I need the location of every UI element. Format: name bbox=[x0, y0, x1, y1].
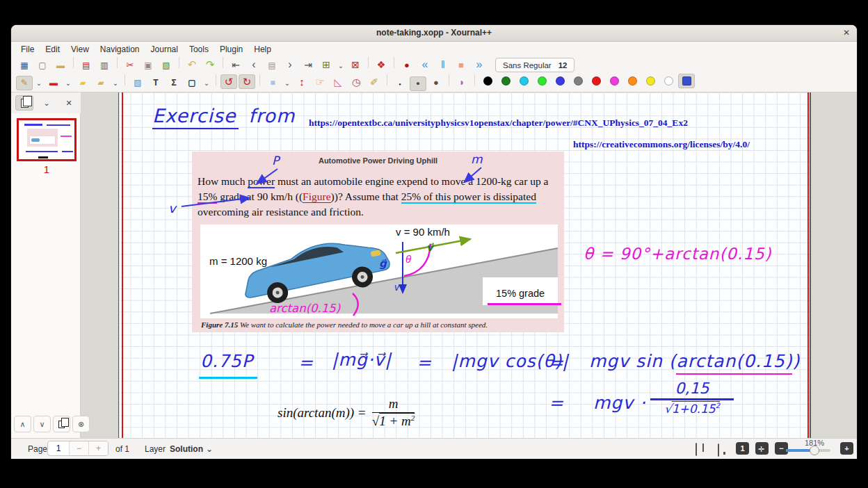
rotation-snapping-toggle[interactable]: ↺ bbox=[220, 74, 237, 89]
shape-tool-button[interactable]: ▢ bbox=[184, 76, 200, 90]
zoom-fit-button[interactable] bbox=[755, 442, 769, 455]
thickness-thick-button[interactable]: ● bbox=[428, 75, 444, 90]
grid-snapping-toggle[interactable]: ↻ bbox=[239, 74, 255, 89]
zoom-100-button[interactable]: 1 bbox=[736, 442, 749, 455]
highlighter-tool-button[interactable]: ▰ bbox=[74, 76, 91, 90]
zoom-out-button[interactable]: − bbox=[775, 442, 788, 455]
last-page-button[interactable]: ⇥ bbox=[300, 57, 316, 72]
menu-view[interactable]: View bbox=[65, 43, 95, 56]
dual-page-view-button[interactable] bbox=[696, 444, 697, 456]
zoom-in-button[interactable]: + bbox=[840, 442, 853, 455]
color-yellow[interactable] bbox=[642, 74, 659, 88]
v-vector-label: v⃗ bbox=[426, 241, 433, 254]
stop-nav-button[interactable]: ⊗ bbox=[72, 416, 90, 432]
compass-tool-button[interactable]: ◷ bbox=[348, 75, 364, 90]
menu-file[interactable]: File bbox=[15, 43, 40, 56]
undo-button[interactable]: ↶ bbox=[184, 57, 200, 72]
menu-plugin[interactable]: Plugin bbox=[214, 43, 248, 56]
text-select-options-dropdown[interactable]: ⌄ bbox=[111, 76, 120, 91]
color-green[interactable] bbox=[533, 74, 550, 88]
record-audio-button[interactable]: ● bbox=[399, 58, 415, 72]
latex-tool-button[interactable]: Σ bbox=[166, 76, 182, 90]
first-page-button[interactable]: ⇤ bbox=[227, 57, 244, 72]
color-cyan[interactable] bbox=[515, 74, 532, 88]
license-url-link[interactable]: https://creativecommons.org/licenses/by/… bbox=[573, 139, 750, 150]
document-page[interactable]: Exercisefrom https://opentextbc.ca/unive… bbox=[118, 92, 811, 438]
duplicate-page-button[interactable] bbox=[53, 416, 70, 432]
fullscreen-button[interactable]: ❖ bbox=[373, 57, 389, 72]
delete-page-button[interactable]: ⊠ bbox=[347, 57, 364, 72]
setsquare-tool-button[interactable]: ◺ bbox=[330, 75, 346, 90]
page-increment-button[interactable]: + bbox=[88, 441, 108, 455]
eraser-options-dropdown[interactable]: ⌄ bbox=[63, 76, 73, 91]
rewind-button[interactable]: « bbox=[417, 57, 433, 72]
eraser-tool-button[interactable]: ▬ bbox=[45, 76, 62, 90]
figure-link[interactable]: Figure bbox=[303, 190, 330, 203]
fit-page-icon bbox=[758, 445, 766, 453]
font-selector-button[interactable]: Sans Regular 12 bbox=[495, 58, 574, 72]
color-picker-button[interactable] bbox=[678, 74, 695, 88]
pen-tool-button[interactable]: ✎ bbox=[16, 76, 33, 90]
layer-dropdown-icon[interactable]: ⌄ bbox=[206, 444, 213, 454]
goto-page-button[interactable]: ▤ bbox=[264, 58, 280, 72]
color-magenta[interactable] bbox=[606, 74, 622, 88]
open-button[interactable]: ▬ bbox=[52, 58, 69, 72]
text-select-tool-button[interactable]: ▰ bbox=[93, 76, 109, 90]
vertical-space-tool-button[interactable]: ↕ bbox=[294, 74, 310, 89]
close-window-button[interactable]: ✕ bbox=[843, 28, 850, 38]
next-page-nav-button[interactable]: ∨ bbox=[33, 416, 51, 432]
previous-page-nav-button[interactable]: ∧ bbox=[14, 416, 31, 432]
menu-edit[interactable]: Edit bbox=[40, 43, 65, 56]
save-button[interactable]: ▦ bbox=[16, 58, 33, 72]
hand-tool-button[interactable]: ☞ bbox=[312, 74, 328, 89]
image-tool-button[interactable]: ▧ bbox=[129, 76, 146, 90]
spline-tool-button[interactable]: ✐ bbox=[366, 75, 383, 90]
page-decrement-button[interactable]: − bbox=[69, 441, 88, 455]
previous-page-button[interactable]: ‹ bbox=[246, 57, 262, 72]
redo-button[interactable]: ↷ bbox=[202, 57, 218, 72]
menu-help[interactable]: Help bbox=[248, 43, 277, 56]
text-tool-button[interactable]: T bbox=[147, 76, 164, 90]
color-blue[interactable] bbox=[552, 74, 568, 88]
source-url-link[interactable]: https://opentextbc.ca/universityphysicsv… bbox=[309, 117, 688, 129]
fill-tool-button[interactable]: ◗ bbox=[453, 75, 470, 90]
select-options-dropdown[interactable]: ⌄ bbox=[282, 76, 292, 91]
menu-tools[interactable]: Tools bbox=[184, 43, 214, 56]
stop-button[interactable]: ■ bbox=[453, 58, 469, 72]
menu-journal[interactable]: Journal bbox=[145, 43, 184, 56]
forward-button[interactable]: » bbox=[471, 57, 488, 72]
font-name: Sans Regular bbox=[503, 61, 552, 70]
select-region-tool-button[interactable]: ■ bbox=[264, 76, 281, 90]
sidebar-close-button[interactable]: ✕ bbox=[60, 95, 78, 111]
menu-navigation[interactable]: Navigation bbox=[95, 43, 145, 56]
sidebar-dropdown-button[interactable]: ⌄ bbox=[38, 95, 56, 111]
page-number-input[interactable]: 1 bbox=[48, 441, 69, 455]
zoom-slider[interactable] bbox=[786, 449, 830, 452]
cut-button[interactable]: ✂ bbox=[122, 58, 138, 72]
paste-button[interactable]: ▧ bbox=[158, 58, 175, 72]
new-document-button[interactable]: ▢ bbox=[34, 58, 51, 72]
color-black[interactable] bbox=[479, 74, 496, 88]
color-gray[interactable] bbox=[570, 74, 586, 88]
thickness-fine-button[interactable]: ● bbox=[392, 77, 408, 92]
layer-selector[interactable]: Solution bbox=[170, 444, 203, 454]
pause-button[interactable]: ‖ bbox=[435, 57, 451, 72]
page-preview-tab-button[interactable] bbox=[15, 95, 33, 111]
color-orange[interactable] bbox=[624, 74, 641, 88]
new-page-options-dropdown[interactable]: ⌄ bbox=[336, 58, 346, 73]
color-red[interactable] bbox=[588, 74, 604, 88]
page-thumbnail[interactable] bbox=[17, 118, 77, 161]
copy-button[interactable]: ▣ bbox=[140, 58, 156, 72]
print-button[interactable]: ▥ bbox=[96, 58, 113, 72]
color-dark-green[interactable] bbox=[497, 74, 514, 88]
color-white[interactable] bbox=[660, 74, 677, 88]
next-page-button[interactable]: › bbox=[282, 57, 298, 72]
zoom-slider-handle[interactable] bbox=[810, 446, 819, 455]
presentation-mode-button[interactable] bbox=[718, 444, 719, 457]
color-dark-green-swatch bbox=[501, 76, 511, 86]
pen-options-dropdown[interactable]: ⌄ bbox=[34, 76, 44, 91]
new-page-after-button[interactable]: ⊞ bbox=[318, 57, 335, 72]
export-pdf-button[interactable]: ▤ bbox=[78, 58, 95, 72]
thickness-medium-button[interactable]: ● bbox=[410, 76, 426, 91]
shape-options-dropdown[interactable]: ⌄ bbox=[202, 76, 211, 91]
